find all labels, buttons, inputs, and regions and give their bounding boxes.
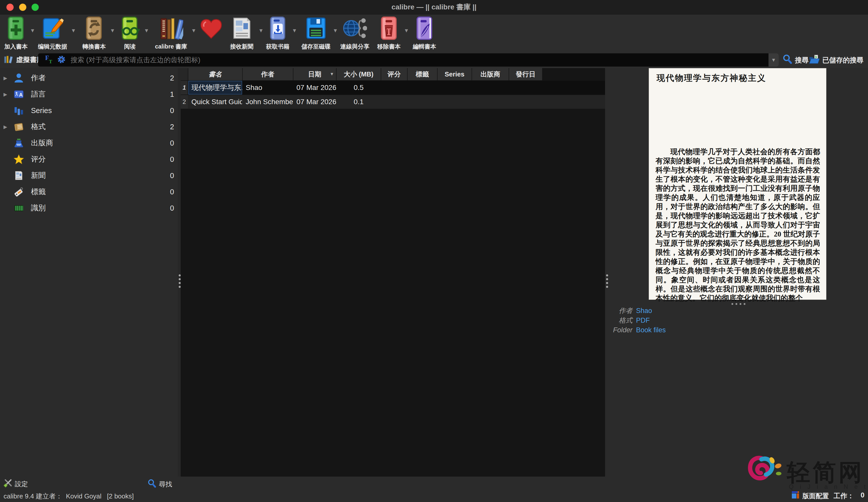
get-books-dropdown-arrow[interactable]: ▾: [293, 27, 296, 34]
sidebar-item-news[interactable]: 新聞 0: [0, 170, 178, 181]
folder-link[interactable]: Book files: [636, 326, 666, 334]
cell-pubdate[interactable]: [509, 81, 542, 94]
corner-header-cell: [181, 68, 188, 80]
column-header-date[interactable]: 日期▼: [293, 68, 336, 80]
cover-title: 现代物理学与东方神秘主义: [657, 72, 766, 84]
sidebar-item-languages[interactable]: ▶ A 語言 1: [0, 89, 178, 100]
book-list-header: 書名 作者 日期▼ 大小 (MB) 评分 標籤 Series 出版商 發行日: [181, 68, 542, 80]
convert-books-dropdown-arrow[interactable]: ▾: [111, 27, 114, 34]
sidebar-item-formats[interactable]: ▶ 格式 2: [0, 121, 178, 132]
sidebar-item-authors[interactable]: ▶ 作者 2: [0, 72, 178, 83]
cell-title[interactable]: Quick Start Guide: [188, 95, 242, 109]
search-field[interactable]: FT ▼: [38, 53, 779, 67]
cell-title[interactable]: 现代物理学与东...: [188, 81, 242, 94]
metadata-row: 作者 Shao: [608, 306, 666, 315]
cell-tags[interactable]: [407, 95, 437, 109]
view-dropdown-arrow[interactable]: ▾: [145, 27, 148, 34]
add-books-icon: [4, 16, 28, 41]
virtual-library-button[interactable]: 虛擬書庫: [3, 54, 44, 65]
toolbar-label: 加入書本: [4, 43, 28, 51]
add-books-button[interactable]: 加入書本: [2, 16, 30, 51]
sidebar-item-series[interactable]: Series 0: [0, 105, 178, 116]
column-header-tags[interactable]: 標籤: [407, 68, 437, 80]
cell-date[interactable]: 07 Mar 2026: [293, 81, 336, 94]
column-header-rating[interactable]: 评分: [381, 68, 407, 80]
cell-author[interactable]: Shao: [242, 81, 293, 94]
cell-series[interactable]: [437, 81, 472, 94]
metadata-row: 格式 PDF: [608, 315, 666, 325]
donate-button[interactable]: [198, 16, 224, 41]
book-row-1[interactable]: 1 现代物理学与东... Shao 07 Mar 2026 0.5: [181, 81, 605, 94]
cell-pubdate[interactable]: [509, 95, 542, 109]
fetch-news-button[interactable]: 接收新聞: [228, 16, 255, 51]
svg-text:A: A: [19, 92, 23, 98]
cell-size[interactable]: 0.5: [337, 81, 381, 94]
cell-publisher[interactable]: [472, 95, 509, 109]
cell-rating[interactable]: [381, 95, 407, 109]
view-button[interactable]: 阅读: [118, 16, 142, 51]
cell-tags[interactable]: [407, 81, 437, 94]
donate-heart-icon: [199, 16, 223, 41]
edit-book-button[interactable]: 編輯書本: [411, 16, 438, 51]
cell-size[interactable]: 0.1: [337, 95, 381, 109]
cell-rating[interactable]: [381, 81, 407, 94]
saved-searches-label: 已儲存的搜尋: [822, 56, 864, 65]
book-row-2[interactable]: 2 Quick Start Guide John Schember 07 Mar…: [181, 95, 605, 109]
cell-date[interactable]: 07 Mar 2026: [293, 95, 336, 109]
edit-metadata-dropdown-arrow[interactable]: ▾: [72, 27, 75, 34]
save-to-disk-dropdown-arrow[interactable]: ▾: [334, 27, 337, 34]
sidebar-item-identifiers[interactable]: 識別 0: [0, 202, 178, 214]
metadata-row: Folder Book files: [608, 325, 666, 335]
identifiers-barcode-icon: [11, 203, 27, 213]
library-dropdown-arrow[interactable]: ▾: [192, 27, 195, 34]
full-text-search-icon[interactable]: FT: [45, 54, 53, 65]
status-text: calibre 9.4 建立者： Kovid Goyal [2 books]: [3, 492, 134, 501]
expand-arrow-icon[interactable]: ▶: [0, 91, 11, 97]
author-link[interactable]: Shao: [636, 307, 652, 315]
svg-text:T: T: [49, 59, 52, 64]
fetch-news-dropdown-arrow[interactable]: ▾: [259, 27, 263, 34]
column-header-series[interactable]: Series: [437, 68, 472, 80]
cell-series[interactable]: [437, 95, 472, 109]
remove-books-dropdown-arrow[interactable]: ▾: [405, 27, 408, 34]
tag-browser-settings-button[interactable]: 設定: [3, 479, 28, 490]
format-link[interactable]: PDF: [636, 317, 650, 324]
saved-searches-button[interactable]: 已儲存的搜尋: [809, 54, 864, 66]
remove-books-button[interactable]: 移除書本: [376, 16, 402, 51]
tag-browser-find-button[interactable]: 尋找: [147, 479, 172, 490]
left-splitter[interactable]: [178, 68, 181, 476]
convert-books-button[interactable]: 轉換書本: [79, 16, 109, 51]
cell-publisher[interactable]: [472, 81, 509, 94]
cell-author[interactable]: John Schember: [242, 95, 293, 109]
sidebar-item-publisher[interactable]: 出版商 0: [0, 138, 178, 149]
cover-resize-handle[interactable]: [732, 303, 745, 305]
column-header-publisher[interactable]: 出版商: [472, 68, 509, 80]
layout-button[interactable]: 版面配置: [791, 491, 829, 501]
sidebar-item-tags[interactable]: 標籤 0: [0, 186, 178, 198]
expand-arrow-icon[interactable]: ▶: [0, 75, 11, 81]
item-count: 0: [170, 188, 174, 196]
library-icon: [159, 16, 183, 41]
column-header-author[interactable]: 作者: [242, 68, 293, 80]
column-header-pubdate[interactable]: 發行日: [509, 68, 542, 80]
connect-share-button[interactable]: 連線與分享: [340, 16, 370, 51]
get-books-button[interactable]: 获取书籍: [265, 16, 290, 51]
save-to-disk-button[interactable]: 儲存至磁碟: [300, 16, 331, 51]
column-header-title[interactable]: 書名: [188, 68, 242, 80]
sidebar-item-rating[interactable]: 评分 0: [0, 154, 178, 165]
expand-arrow-icon[interactable]: ▶: [0, 124, 11, 130]
right-splitter[interactable]: [605, 68, 608, 476]
jobs-button[interactable]: 工作： 0: [834, 491, 865, 501]
toolbar-label: 阅读: [124, 43, 136, 51]
search-input[interactable]: [70, 56, 768, 64]
language-icon: A: [11, 89, 27, 99]
book-cover[interactable]: 现代物理学与东方神秘主义 现代物理学几乎对于人类社会的所有各方面都有深刻的影响，…: [649, 68, 826, 300]
edit-metadata-button[interactable]: 编辑元数据: [36, 16, 69, 51]
column-header-size[interactable]: 大小 (MB): [337, 68, 381, 80]
add-books-dropdown-arrow[interactable]: ▾: [31, 27, 34, 34]
row-number: 1: [181, 81, 188, 94]
library-button[interactable]: calibre 書庫: [153, 16, 189, 51]
search-history-dropdown[interactable]: ▼: [768, 53, 779, 67]
search-button[interactable]: 搜尋: [782, 54, 809, 66]
search-options-gear-icon[interactable]: [57, 55, 66, 65]
